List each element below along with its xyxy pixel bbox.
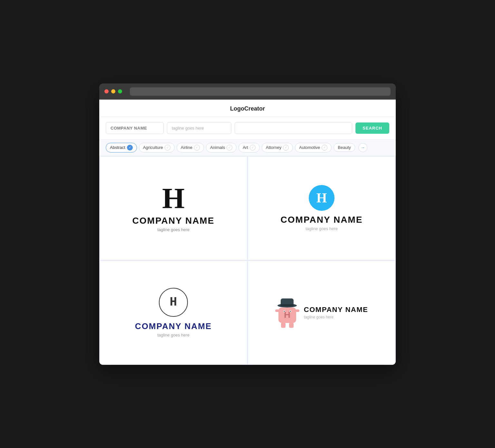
svg-rect-5 (275, 309, 279, 312)
logo2-letter: H (316, 190, 327, 206)
category-label: Animals (210, 145, 225, 150)
logo-card-2[interactable]: H COMPANY NAME tagline goes here (248, 157, 395, 260)
category-chip-agriculture[interactable]: Agriculture ✓ (139, 143, 175, 152)
category-bar: Abstract ✓ Agriculture ✓ Airline ✓ Anima… (99, 140, 396, 156)
check-icon-agriculture: ✓ (165, 145, 170, 151)
category-label: Abstract (110, 145, 125, 150)
category-chip-attorney[interactable]: Attorney ✓ (262, 143, 293, 152)
logo2-circle: H (309, 185, 335, 211)
category-label: Agriculture (143, 145, 163, 150)
app-header: LogoCreator (99, 100, 396, 117)
svg-point-12 (290, 311, 291, 312)
browser-window: LogoCreator SEARCH Abstract ✓ Agricultur… (99, 83, 396, 365)
category-chip-airline[interactable]: Airline ✓ (177, 143, 204, 152)
search-bar: SEARCH (99, 117, 396, 140)
logo2-tagline: tagline goes here (306, 226, 338, 231)
logo-card-3[interactable]: H COMPANY NAME tagline goes here (100, 261, 247, 364)
category-label: Beauty (338, 145, 351, 150)
logo3-tagline: tagline goes here (157, 333, 189, 337)
category-chip-automotive[interactable]: Automotive ✓ (295, 143, 332, 152)
company-name-input[interactable] (106, 122, 164, 134)
check-icon-automotive: ✓ (322, 145, 327, 151)
app-title: LogoCreator (230, 105, 265, 112)
maximize-button[interactable] (118, 89, 122, 93)
logo2-company-name: COMPANY NAME (281, 215, 363, 225)
address-bar[interactable] (130, 87, 391, 96)
svg-rect-6 (296, 309, 299, 312)
category-label: Airline (181, 145, 192, 150)
logo1-company-name: COMPANY NAME (132, 216, 215, 226)
logo-grid: H COMPANY NAME tagline goes here H COMPA… (99, 156, 396, 365)
check-icon-art: ✓ (250, 145, 256, 151)
svg-point-10 (284, 311, 285, 312)
logo1-letter: H (162, 184, 185, 213)
tagline-input[interactable] (167, 122, 231, 134)
logo4-tagline: tagline goes here (304, 315, 368, 319)
app-content: LogoCreator SEARCH Abstract ✓ Agricultur… (99, 100, 396, 365)
logo3-letter: H (170, 295, 177, 309)
logo4-text: COMPANY NAME tagline goes here (304, 306, 368, 319)
category-label: Attorney (266, 145, 281, 150)
minimize-button[interactable] (111, 89, 115, 93)
check-icon-airline: ✓ (194, 145, 200, 151)
category-chip-art[interactable]: Art ✓ (238, 143, 260, 152)
category-chip-abstract[interactable]: Abstract ✓ (106, 143, 137, 152)
logo4-company-name: COMPANY NAME (304, 306, 368, 314)
logo1-tagline: tagline goes here (157, 227, 189, 232)
logo-card-4[interactable]: H (248, 261, 395, 364)
logo3-company-name: COMPANY NAME (135, 321, 212, 331)
search-button[interactable]: SEARCH (355, 122, 389, 134)
logo4-content: H (275, 297, 368, 328)
category-label: Automotive (299, 145, 320, 150)
check-icon-animals: ✓ (227, 145, 232, 151)
category-chip-beauty[interactable]: Beauty (334, 143, 355, 152)
check-icon-attorney: ✓ (283, 145, 289, 151)
browser-titlebar (99, 83, 396, 100)
category-chip-animals[interactable]: Animals ✓ (206, 143, 237, 152)
logo-card-1[interactable]: H COMPANY NAME tagline goes here (100, 157, 247, 260)
close-button[interactable] (104, 89, 109, 93)
svg-rect-8 (289, 322, 294, 328)
category-next-button[interactable]: → (358, 143, 367, 152)
logo3-circle: H (159, 288, 188, 317)
svg-rect-7 (281, 322, 286, 328)
svg-rect-2 (281, 304, 294, 306)
main-search-input[interactable] (235, 122, 352, 134)
category-label: Art (243, 145, 248, 150)
check-icon-abstract: ✓ (127, 145, 133, 151)
mascot-svg: H (275, 297, 299, 328)
